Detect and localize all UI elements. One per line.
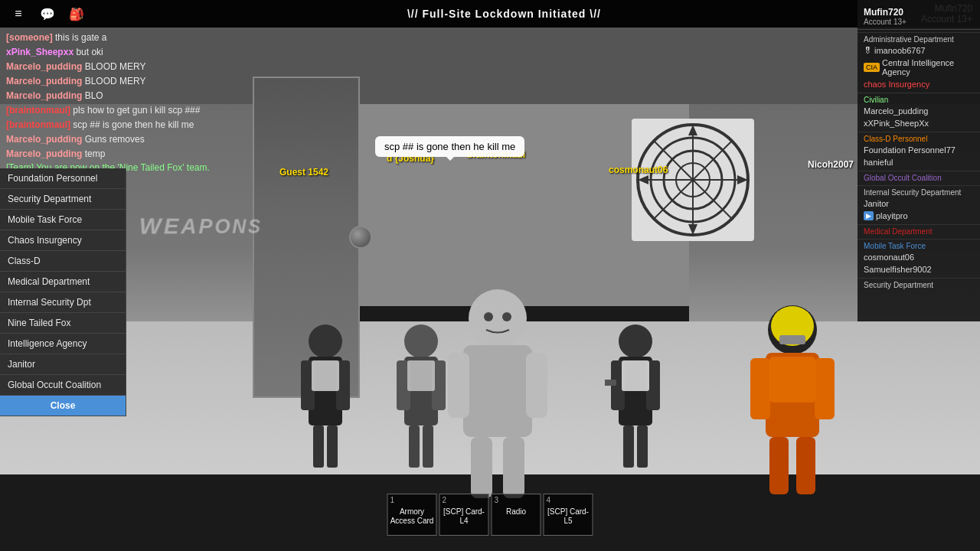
scp-logo xyxy=(632,119,754,241)
svg-point-20 xyxy=(404,324,438,358)
section-security: Security Department xyxy=(858,278,980,290)
slot-name-1: Armory Access Card xyxy=(388,507,436,526)
hotbar-slot-4[interactable]: 4 [SCP] Card-L5 xyxy=(544,494,593,536)
close-button[interactable]: Close xyxy=(0,396,126,416)
menu-icon[interactable]: ≡ xyxy=(8,3,29,24)
top-bar: ≡ 💬 🎒 \// Full-Site Lockdown Initiated \… xyxy=(0,0,980,28)
svg-point-33 xyxy=(484,312,493,321)
chat-line: Marcelo_pudding temp xyxy=(6,147,251,161)
svg-rect-49 xyxy=(769,357,815,403)
character-4 xyxy=(743,303,842,505)
hotbar-slot-3[interactable]: 3 Radio xyxy=(492,494,541,536)
chat-line: Marcelo_pudding BLOOD MERY xyxy=(6,74,251,88)
chat-line: [someone] this is gate a xyxy=(6,31,251,44)
svg-rect-18 xyxy=(327,425,338,468)
team-btn-internal-sec[interactable]: Internal Security Dpt xyxy=(0,292,126,313)
svg-rect-32 xyxy=(503,437,524,498)
chat-icon[interactable]: 💬 xyxy=(37,3,58,24)
team-btn-janitor[interactable]: Janitor xyxy=(0,354,126,375)
team-btn-medical[interactable]: Medical Department xyxy=(0,272,126,292)
svg-rect-25 xyxy=(423,425,433,468)
svg-point-35 xyxy=(619,324,652,358)
section-goc: Global Occult Coalition xyxy=(858,171,980,183)
svg-point-34 xyxy=(502,312,511,321)
team-btn-security[interactable]: Security Department xyxy=(0,189,126,210)
character-1 xyxy=(295,318,356,474)
player-row-hanieful: hanieful xyxy=(858,156,980,168)
slot-number-4: 4 xyxy=(544,497,551,504)
hotbar-slot-2[interactable]: 2 [SCP] Card-L4 xyxy=(439,494,489,536)
slot-name-3: Radio xyxy=(506,507,526,517)
chat-line: Marcelo_pudding Guns removes xyxy=(6,132,251,146)
speech-bubble: scp ## is gone then he kill me xyxy=(375,136,524,157)
player-row-marcelo: Marcelo_pudding xyxy=(858,105,980,117)
character-center xyxy=(436,288,559,505)
slot-number-2: 2 xyxy=(440,497,447,504)
chat-line: xPink_Sheepxx but oki xyxy=(6,45,251,59)
top-bar-icons: ≡ 💬 🎒 xyxy=(0,3,87,24)
player-row-chaos: chaos Insurgency xyxy=(858,78,980,90)
team-btn-intel[interactable]: Intelligence Agency xyxy=(0,334,126,354)
svg-rect-39 xyxy=(623,425,634,468)
slot-number-3: 3 xyxy=(492,497,499,504)
hotbar-slot-1[interactable]: 1 Armory Access Card xyxy=(387,494,437,536)
svg-rect-26 xyxy=(407,360,435,391)
slot-name-2: [SCP] Card-L4 xyxy=(440,507,488,526)
player-row: 🎖 imanoob6767 xyxy=(858,44,980,57)
team-btn-chaos[interactable]: Chaos Insurgency xyxy=(0,230,126,251)
svg-rect-19 xyxy=(312,360,339,391)
chat-line: Marcelo_pudding BLOOD MERY xyxy=(6,60,251,73)
svg-rect-46 xyxy=(815,358,835,419)
chat-line: [braintonmaul] scp ## is gone then he ki… xyxy=(6,118,251,132)
character-3 xyxy=(605,318,666,474)
slot-name-4: [SCP] Card-L5 xyxy=(544,507,593,526)
svg-rect-42 xyxy=(605,380,616,386)
right-username: Mufin720 xyxy=(864,7,974,18)
slot-number-1: 1 xyxy=(388,497,395,504)
backpack-icon[interactable]: 🎒 xyxy=(66,3,87,24)
right-panel-user: Mufin720 Account 13+ xyxy=(858,4,980,30)
door-knob[interactable] xyxy=(349,226,372,249)
player-tag-cosmonaut: cosmonaut06 xyxy=(609,165,668,175)
player-tag-guest: Guest 1542 xyxy=(279,167,328,178)
right-account: Account 13+ xyxy=(864,18,974,26)
player-row-janitor: Janitor xyxy=(858,197,980,210)
svg-rect-17 xyxy=(313,425,324,468)
weapons-sign: WEAPONS xyxy=(139,214,263,240)
svg-point-13 xyxy=(309,324,342,358)
section-civilian: Civilian xyxy=(858,93,980,105)
player-row-samuel: Samuelfisher9002 xyxy=(858,263,980,276)
team-btn-mtf[interactable]: Mobile Task Force xyxy=(0,210,126,230)
team-btn-goc[interactable]: Global Occult Coalition xyxy=(0,375,126,396)
chat-area: [someone] this is gate a xPink_Sheepxx b… xyxy=(6,31,251,173)
svg-rect-40 xyxy=(637,425,648,468)
hotbar: 1 Armory Access Card 2 [SCP] Card-L4 3 R… xyxy=(387,494,593,536)
section-mtf: Mobile Task Force xyxy=(858,239,980,251)
svg-rect-45 xyxy=(750,358,770,419)
team-btn-foundation[interactable]: Foundation Personnel xyxy=(0,168,126,189)
section-medical: Medical Department xyxy=(858,224,980,236)
section-classd: Class-D Personnel xyxy=(858,132,980,144)
chat-line: [braintonmaul] pls how to get gun i kill… xyxy=(6,103,251,117)
player-row-cia: CIA Central Intelligence Agency xyxy=(858,57,980,78)
svg-rect-47 xyxy=(769,437,789,494)
svg-point-27 xyxy=(469,289,527,347)
player-row-cosmonaut: cosmonaut06 xyxy=(858,251,980,263)
section-internal: Internal Security Department xyxy=(858,185,980,197)
team-panel: Foundation Personnel Security Department… xyxy=(0,168,126,416)
svg-rect-24 xyxy=(409,425,420,468)
right-panel: Mufin720 Account 13+ Administrative Depa… xyxy=(858,0,980,321)
player-tag-nicoh: Nicoh2007 xyxy=(808,159,854,170)
svg-rect-31 xyxy=(471,437,492,498)
svg-rect-41 xyxy=(622,360,649,391)
svg-rect-48 xyxy=(796,437,815,494)
svg-rect-28 xyxy=(463,345,532,437)
team-btn-classd[interactable]: Class-D xyxy=(0,251,126,272)
section-admin: Administrative Department xyxy=(858,32,980,44)
player-row-pink: xXPink_SheepXx xyxy=(858,117,980,129)
player-row-playitpro: ▶ playitpro xyxy=(858,210,980,222)
lockdown-banner: \// Full-Site Lockdown Initiated \// xyxy=(87,8,921,20)
team-btn-nine-tailed[interactable]: Nine Tailed Fox xyxy=(0,313,126,334)
svg-rect-30 xyxy=(526,353,547,418)
chat-line: Marcelo_pudding BLO xyxy=(6,89,251,103)
